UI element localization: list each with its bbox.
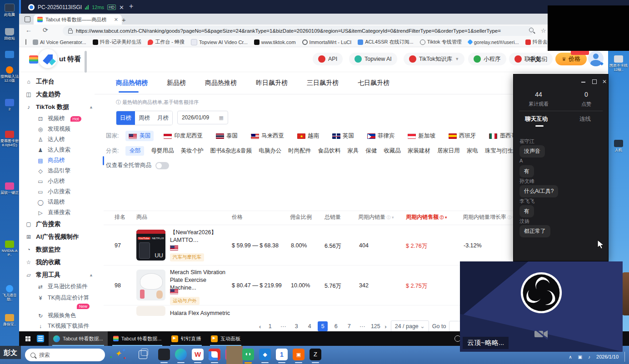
tray-chevron-icon[interactable]: ∧: [569, 354, 572, 359]
nav-topview-ai[interactable]: Topview AI: [349, 53, 397, 65]
sidebar-item-workbench[interactable]: ⌂工作台: [25, 75, 93, 88]
sidebar-item-tk-downloader[interactable]: ↓TK视频下载插件: [25, 321, 93, 331]
bookmark-item[interactable]: gorelay.net/#/useri...: [468, 39, 519, 45]
page-3[interactable]: 3: [291, 321, 301, 331]
product-title[interactable]: Merach Slim VibrationPlate Exercise Mach…: [170, 269, 234, 292]
tab-yesterday-surge[interactable]: 昨日飙升榜: [256, 79, 288, 93]
bookmark-item[interactable]: ACL4SSR 在线订阅...: [358, 39, 413, 45]
sidebar-item-product-engine[interactable]: ◇选品引擎: [25, 166, 93, 176]
desktop-icon-sogou[interactable]: 搜狗输入法 12.0版: [0, 66, 19, 83]
country-my[interactable]: 马来西亚: [248, 131, 287, 141]
bookmark-item[interactable]: www.tiktok.com: [254, 39, 296, 45]
tab-connect[interactable]: 连线: [579, 115, 591, 123]
nav-mini-program[interactable]: 小程序: [468, 53, 506, 65]
taskbar-app-edge[interactable]: [175, 349, 187, 360]
taskbar-app-tabcut[interactable]: Tabcut 特看数据...: [109, 331, 166, 346]
desktop-icon-restore[interactable]: 晨软一键正: [0, 182, 19, 195]
sidebar-item-tk-pricing[interactable]: ¥TK商品定价计算: [25, 292, 93, 304]
taskbar-app-wechat[interactable]: ◖◗: [242, 349, 254, 360]
bookmark-item[interactable]: Tiktok 专线管理: [420, 39, 462, 45]
taskbar-app-blue[interactable]: ◆: [259, 349, 271, 360]
tab-3day-surge[interactable]: 三日飙升榜: [307, 79, 339, 93]
category-item[interactable]: 保健: [365, 147, 377, 155]
side-panel-icon[interactable]: [25, 39, 26, 45]
desktop-icon-idcard[interactable]: 身份宝..: [0, 314, 19, 326]
category-all[interactable]: 全部: [125, 146, 144, 156]
sidebar-item-ad-search[interactable]: ▢广告搜索: [25, 218, 93, 231]
taskbar-app-tabcut-edge[interactable]: Tabcut 特看数据...: [49, 331, 108, 346]
tray-volume-icon[interactable]: ♪: [588, 354, 590, 359]
tabcut-logo[interactable]: [38, 49, 57, 68]
category-item[interactable]: 家具: [347, 147, 359, 155]
zoom-icon[interactable]: [529, 28, 534, 32]
managed-toggle[interactable]: [155, 162, 169, 169]
tab-hot-promoted[interactable]: 商品热推榜: [205, 79, 237, 93]
prev-page-icon[interactable]: ‹: [258, 323, 262, 330]
country-ph[interactable]: 菲律宾: [364, 131, 398, 141]
page-1[interactable]: 1: [265, 321, 275, 331]
desktop-icon-2[interactable]: 2: [0, 99, 19, 111]
bookmark-item[interactable]: AI Voice Generator...: [33, 39, 86, 45]
tab-chat-interaction[interactable]: 聊天互动: [525, 115, 548, 123]
maximize-icon[interactable]: [592, 79, 597, 84]
ellipsis[interactable]: ···: [357, 321, 367, 331]
new-tab-button[interactable]: +: [122, 16, 126, 24]
taskbar-app-doc[interactable]: 1: [276, 349, 288, 360]
page-size-select[interactable]: 24 / page: [391, 320, 429, 331]
close-icon[interactable]: ✕: [119, 4, 124, 11]
new-session-button[interactable]: +: [129, 2, 133, 10]
category-item[interactable]: 图书&杂志&音频: [210, 147, 252, 155]
remote-session-tab[interactable]: PC-20250113ISGI 12ms HD ✕: [24, 1, 129, 13]
nav-api[interactable]: API: [313, 53, 343, 65]
country-us[interactable]: 美国: [125, 131, 154, 141]
ellipsis[interactable]: ···: [278, 321, 288, 331]
page-125[interactable]: 125: [370, 321, 380, 331]
sidebar-item-shop-search[interactable]: ▭小店搜索: [25, 187, 93, 197]
tab-7day-surge[interactable]: 七日飙升榜: [358, 79, 389, 93]
date-picker[interactable]: 2026/01/09▦: [177, 111, 228, 124]
period-daily[interactable]: 日榜: [116, 111, 135, 125]
col-period-sales[interactable]: 周期内销量: [358, 213, 394, 221]
country-id[interactable]: 印度尼西亚: [160, 131, 206, 141]
language-selector[interactable]: 中文 ▼: [529, 55, 547, 64]
product-thumbnail[interactable]: YouTube NETFLIX UU: [136, 230, 165, 261]
page-6[interactable]: 6: [331, 321, 341, 331]
sidebar-item-market-trends[interactable]: ◫大盘趋势: [25, 88, 93, 101]
sidebar-item-product-rank[interactable]: ▤商品榜: [25, 155, 93, 166]
sidebar-item-data-monitor[interactable]: ◔数据监控: [25, 243, 93, 256]
taskbar-app-dingtalk-live[interactable]: 钉钉直播: [167, 331, 205, 346]
product-title[interactable]: Halara Flex Asymmetric: [170, 310, 234, 317]
desktop-icon-this-pc[interactable]: 此电脑: [0, 4, 19, 17]
taskbar-app-wps[interactable]: W: [192, 349, 204, 360]
sidebar-item-ai-ad-video[interactable]: ⊞AI广告视频制作: [25, 231, 93, 243]
category-item[interactable]: 时尚配件: [288, 147, 311, 155]
period-monthly[interactable]: 月榜: [154, 111, 172, 125]
country-sg[interactable]: 新加坡: [404, 131, 439, 141]
bookmark-star-icon[interactable]: ☆: [541, 28, 547, 34]
search-input[interactable]: 搜索: [25, 349, 105, 361]
scrollbar-thumb[interactable]: [85, 51, 87, 73]
page-7[interactable]: 7: [344, 321, 354, 331]
close-tab-icon[interactable]: ✕: [114, 17, 118, 23]
notification-edge[interactable]: [624, 352, 626, 362]
desktop-icon-aimu[interactable]: 爱慕图卡密 8.0(64位): [0, 131, 19, 147]
sidebar-item-shop-rank[interactable]: ▭小店榜: [25, 176, 93, 187]
sidebar-item-video-rank[interactable]: ⊡视频榜Hot: [25, 113, 93, 124]
tab-new-products[interactable]: 新品榜: [167, 79, 186, 93]
browser-tab[interactable]: Tabcut 特看数据——商品榜 ✕: [34, 15, 122, 25]
sidebar-section-tiktok-data[interactable]: ♪TikTok 数据▲: [25, 101, 93, 113]
category-item[interactable]: 食品饮料: [318, 147, 340, 155]
task-view-icon[interactable]: [139, 350, 147, 359]
country-es[interactable]: 西班牙: [445, 131, 479, 141]
product-title[interactable]: 【NewYear2026】LAMTTO…: [170, 229, 234, 244]
bookmark-item[interactable]: ImmortalWrt - LuCI: [302, 39, 352, 45]
sidebar-item-live-search[interactable]: ▷直播搜索: [25, 207, 93, 218]
category-item[interactable]: 收藏品: [384, 147, 401, 155]
desktop-icon-recycle-bin[interactable]: 回收站: [0, 28, 19, 40]
pinned-app-icon[interactable]: [37, 335, 44, 342]
url-bar[interactable]: https://www.tabcut.com/zh-CN/ranking/goo…: [63, 26, 534, 36]
taskbar-app-capcut[interactable]: [158, 349, 170, 360]
country-th[interactable]: 泰国: [213, 131, 241, 141]
product-thumbnail[interactable]: [136, 306, 165, 316]
minimize-icon[interactable]: [581, 79, 586, 84]
